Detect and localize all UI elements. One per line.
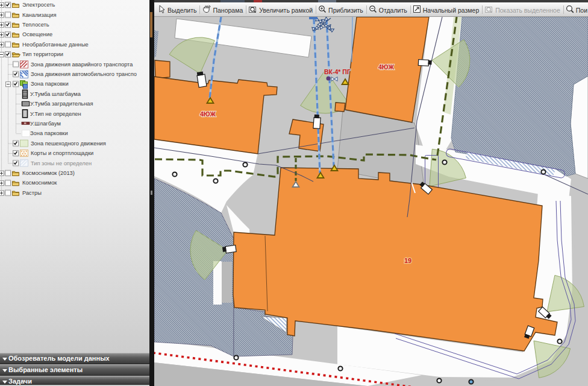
svg-text:Освещение: Освещение [22,31,52,37]
svg-text:ВК-4* ПГ: ВК-4* ПГ [324,68,351,75]
svg-text:Растры: Растры [22,190,42,196]
svg-text:Зона движения автомобильного т: Зона движения автомобильного транспо [31,71,137,77]
svg-text:4ЮЖ: 4ЮЖ [378,63,394,71]
svg-text:Зона парковки: Зона парковки [30,130,68,136]
svg-text:У.Тумба заградительная: У.Тумба заградительная [30,101,93,107]
svg-text:Зона парковки: Зона парковки [31,81,69,87]
svg-text:Тип территории: Тип территории [22,51,63,57]
svg-text:Канализация: Канализация [22,12,57,18]
svg-text:Зона пешеходного движения: Зона пешеходного движения [31,141,106,147]
svg-text:Зона движения аварийного транс: Зона движения аварийного транспорта [31,62,133,68]
svg-text:19: 19 [404,257,411,264]
svg-text:Корты и спортплощадки: Корты и спортплощадки [31,150,93,156]
svg-text:Космоснимок: Космоснимок [22,180,57,186]
svg-text:У.Тип не определен: У.Тип не определен [30,111,81,117]
svg-text:У.Тумба шлагбаума: У.Тумба шлагбаума [30,91,81,97]
svg-text:Тип зоны не определен: Тип зоны не определен [31,160,92,166]
svg-text:4ЮЖ: 4ЮЖ [200,110,216,118]
svg-text:Космоснимок (2013): Космоснимок (2013) [22,170,75,176]
svg-text:У.Шлагбаум: У.Шлагбаум [30,121,61,127]
svg-text:Электросеть: Электросеть [22,2,55,8]
svg-text:Теплосеть: Теплосеть [22,22,49,28]
svg-text:Необработанные данные: Необработанные данные [22,42,89,48]
